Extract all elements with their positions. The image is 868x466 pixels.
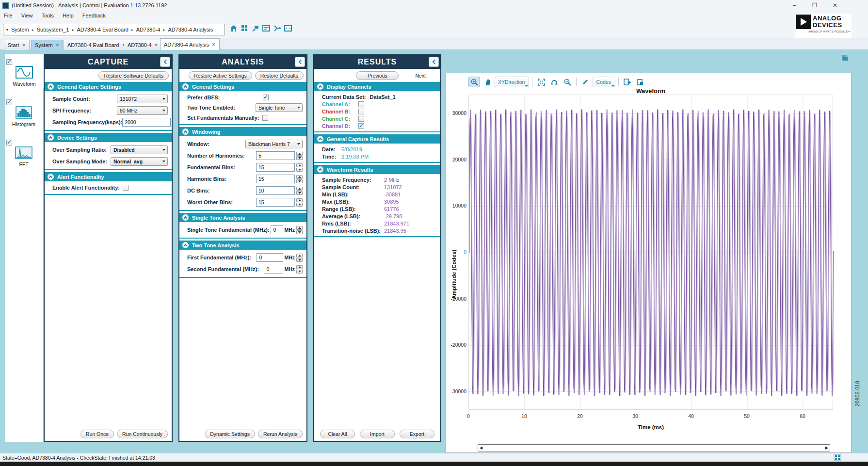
codes-units-button[interactable]: Codes (593, 77, 615, 87)
spin-up-button[interactable] (296, 187, 303, 191)
fit-extents-button[interactable] (535, 77, 547, 87)
spin-down-button[interactable] (296, 258, 303, 262)
tab-eval-board[interactable]: AD7380-4 Eval Board✕ (64, 40, 129, 50)
sidebar-item-fft[interactable]: FFT (5, 135, 43, 168)
minimize-button[interactable]: – (790, 2, 798, 9)
spin-up-button[interactable] (296, 152, 303, 156)
breadcrumb-analysis[interactable]: AD7380-4 Analysis (168, 27, 213, 32)
collapse-section-icon[interactable] (48, 83, 54, 90)
collapse-section-icon[interactable] (182, 214, 189, 221)
menu-file[interactable]: File (4, 13, 13, 18)
wand-icon[interactable] (252, 25, 259, 32)
enable-alert-checkbox[interactable] (123, 185, 129, 191)
next-button[interactable]: Next (410, 71, 431, 80)
channel-b-checkbox[interactable] (358, 109, 364, 114)
breadcrumb-device[interactable]: AD7380-4 (136, 27, 161, 32)
close-button[interactable]: ✕ (831, 2, 839, 9)
xy-direction-button[interactable]: XYDirection (495, 77, 529, 87)
close-tab-icon[interactable]: ✕ (22, 43, 26, 48)
fft-checkbox[interactable] (6, 140, 12, 145)
harmonic-bins-input[interactable] (256, 175, 295, 183)
dc-bins-input[interactable] (256, 186, 295, 195)
collapse-section-icon[interactable] (317, 166, 323, 173)
annotate-pencil-button[interactable] (579, 77, 591, 87)
data-grid-icon[interactable]: ▦ (842, 53, 849, 61)
prefer-dbfs-checkbox[interactable] (263, 95, 269, 100)
spin-up-button[interactable] (296, 254, 303, 257)
close-tab-icon[interactable]: ✕ (155, 43, 159, 48)
spin-up-button[interactable] (296, 175, 303, 179)
sidebar-item-histogram[interactable]: Histogram (5, 95, 43, 128)
spin-up-button[interactable] (296, 265, 303, 269)
number-of-harmonics-input[interactable] (256, 151, 295, 160)
sidebar-item-waveform[interactable]: Waveform (5, 54, 44, 88)
pan-hand-tool-button[interactable] (482, 77, 493, 87)
fundamental-bins-input[interactable] (256, 163, 295, 172)
section-header[interactable]: Windowing (179, 127, 306, 136)
connections-icon[interactable] (273, 25, 281, 32)
collapse-section-icon[interactable] (182, 129, 189, 135)
two-tone-enabled-dropdown[interactable]: Single Tone (256, 103, 303, 112)
sample-count-dropdown[interactable]: 131072 (117, 95, 168, 103)
over-sampling-ratio-dropdown[interactable]: Disabled (111, 145, 168, 154)
histogram-checkbox[interactable] (6, 99, 12, 105)
spin-down-button[interactable] (296, 179, 303, 183)
script-icon[interactable] (284, 25, 292, 32)
close-tab-icon[interactable]: ✕ (56, 43, 60, 48)
spin-up-button[interactable] (296, 163, 303, 167)
scroll-left-icon[interactable]: ◀ (480, 446, 482, 450)
close-tab-icon[interactable]: ✕ (212, 42, 216, 47)
breadcrumb[interactable]: ▾ System ▸ Subsystem_1 ▸ AD7380-4 Eval B… (3, 24, 225, 35)
zoom-region-button[interactable] (562, 77, 573, 87)
worst-other-bins-input[interactable] (256, 198, 295, 207)
restore-button[interactable]: ❐ (811, 2, 819, 9)
collapse-section-icon[interactable] (48, 134, 54, 141)
tab-system[interactable]: System✕ (31, 40, 63, 50)
spi-frequency-dropdown[interactable]: 80 MHz (117, 106, 168, 115)
spin-down-button[interactable] (296, 203, 303, 207)
undo-zoom-button[interactable] (548, 77, 560, 87)
breadcrumb-caret-icon[interactable]: ▾ (6, 28, 8, 32)
section-header[interactable]: Alert Functionality (45, 172, 172, 181)
menu-feedback[interactable]: Feedback (82, 13, 106, 18)
menu-view[interactable]: View (21, 13, 33, 18)
breadcrumb-system[interactable]: System (11, 27, 29, 32)
collapse-panel-button[interactable] (295, 57, 305, 67)
single-tone-fundamental-input[interactable] (271, 225, 283, 234)
restore-software-defaults-button[interactable]: Restore Software Defaults (98, 71, 169, 80)
window-dropdown[interactable]: Blackman Harris 7 (245, 140, 303, 148)
spin-down-button[interactable] (296, 230, 303, 234)
tab-analysis[interactable]: AD7380-4 Analysis✕ (160, 38, 220, 50)
tab-start[interactable]: Start✕ (4, 40, 30, 50)
waveform-checkbox[interactable] (6, 59, 12, 65)
over-sampling-mode-dropdown[interactable]: Normal_avg (111, 157, 168, 166)
clear-all-button[interactable]: Clear All (320, 430, 355, 438)
spin-down-button[interactable] (296, 191, 303, 195)
copy-to-clipboard-button[interactable] (635, 77, 646, 87)
collapse-section-icon[interactable] (182, 83, 189, 90)
second-fundamental-input[interactable] (264, 265, 283, 273)
section-header[interactable]: Two Tone Analysis (179, 241, 306, 250)
menu-tools[interactable]: Tools (41, 13, 54, 18)
section-header[interactable]: Device Settings (45, 133, 172, 142)
restore-active-settings-button[interactable]: Restore Active Settings (189, 71, 252, 80)
section-header[interactable]: Single Tone Analysis (179, 213, 306, 222)
spin-down-button[interactable] (296, 168, 303, 172)
first-fundamental-input[interactable] (257, 253, 283, 262)
dynamic-settings-button[interactable]: Dynamic Settings (205, 430, 255, 438)
tab-device[interactable]: AD7380-4✕ (124, 40, 162, 50)
channel-c-checkbox[interactable] (358, 116, 364, 122)
collapse-panel-button[interactable] (429, 57, 439, 67)
waveform-plot[interactable] (468, 95, 833, 410)
home-icon[interactable] (230, 25, 238, 32)
section-header[interactable]: General Settings (179, 82, 306, 91)
rerun-analysis-button[interactable]: Rerun Analysis (258, 430, 303, 438)
previous-button[interactable]: Previous (356, 71, 399, 80)
chart-horizontal-scrollbar[interactable]: ◀ ▶ (478, 444, 830, 451)
channel-d-checkbox[interactable] (358, 123, 364, 129)
section-header[interactable]: Waveform Results (314, 165, 440, 174)
collapse-panel-button[interactable] (160, 57, 170, 67)
run-continuously-button[interactable]: Run Continuously (117, 430, 168, 438)
restore-defaults-button[interactable]: Restore Defaults (255, 71, 304, 80)
spin-up-button[interactable] (296, 226, 303, 230)
